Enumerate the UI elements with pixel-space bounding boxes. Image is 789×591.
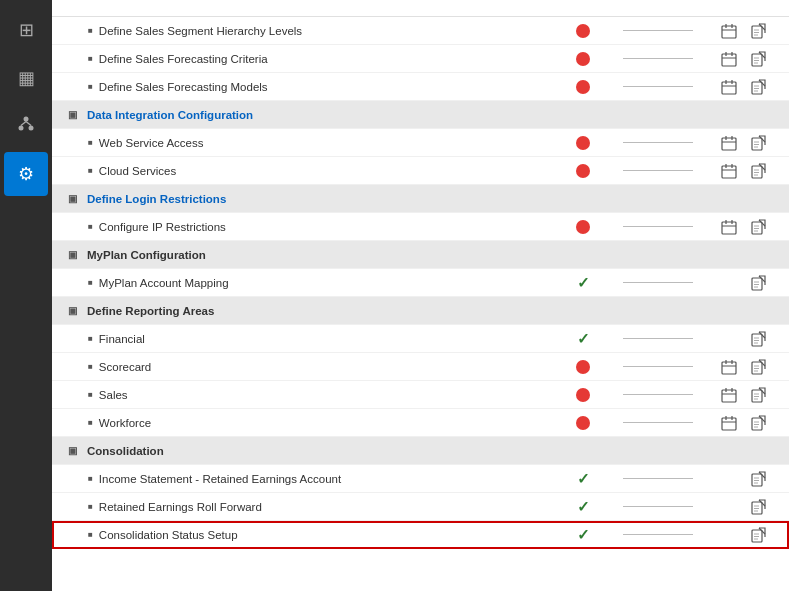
task-name-label: ■Financial bbox=[88, 333, 543, 345]
calendar-icon-cell[interactable] bbox=[713, 135, 745, 151]
task-row[interactable]: ■Scorecard bbox=[52, 353, 789, 381]
action-icon-cell[interactable] bbox=[745, 471, 773, 487]
bullet-icon: ■ bbox=[88, 166, 93, 175]
action-icon-cell[interactable] bbox=[745, 51, 773, 67]
chart-icon: ▦ bbox=[18, 67, 35, 89]
svg-rect-32 bbox=[722, 138, 736, 150]
date-cell bbox=[623, 506, 713, 507]
calendar-icon bbox=[721, 51, 737, 67]
status-cell bbox=[543, 220, 623, 234]
task-row[interactable]: ■Define Sales Segment Hierarchy Levels bbox=[52, 17, 789, 45]
bullet-icon: ■ bbox=[88, 222, 93, 231]
action-icon-cell[interactable] bbox=[745, 23, 773, 39]
date-line bbox=[623, 226, 693, 227]
red-dot-icon bbox=[576, 136, 590, 150]
calendar-icon-cell[interactable] bbox=[713, 359, 745, 375]
action-icon-cell[interactable] bbox=[745, 79, 773, 95]
svg-rect-87 bbox=[722, 418, 736, 430]
calendar-icon-cell[interactable] bbox=[713, 79, 745, 95]
bullet-icon: ■ bbox=[88, 26, 93, 35]
calendar-icon-cell[interactable] bbox=[713, 219, 745, 235]
task-row[interactable]: ■Configure IP Restrictions bbox=[52, 213, 789, 241]
task-name-label: ■Scorecard bbox=[88, 361, 543, 373]
task-name-label: ■Sales bbox=[88, 389, 543, 401]
status-cell bbox=[543, 360, 623, 374]
svg-rect-41 bbox=[722, 166, 736, 178]
calendar-icon bbox=[721, 163, 737, 179]
calendar-icon-cell[interactable] bbox=[713, 415, 745, 431]
task-name-label: ■Define Sales Forecasting Criteria bbox=[88, 53, 543, 65]
red-dot-icon bbox=[576, 80, 590, 94]
group-header-row[interactable]: ▣Consolidation bbox=[52, 437, 789, 465]
task-row[interactable]: ■Financial✓ bbox=[52, 325, 789, 353]
red-dot-icon bbox=[576, 52, 590, 66]
action-icon-cell[interactable] bbox=[745, 219, 773, 235]
status-cell: ✓ bbox=[543, 470, 623, 488]
calendar-icon bbox=[721, 387, 737, 403]
task-row[interactable]: ■Consolidation Status Setup✓ bbox=[52, 521, 789, 549]
action-icon-cell[interactable] bbox=[745, 527, 773, 543]
calendar-icon-cell[interactable] bbox=[713, 51, 745, 67]
action-icon-cell[interactable] bbox=[745, 359, 773, 375]
action-icon-cell[interactable] bbox=[745, 415, 773, 431]
page-header bbox=[52, 0, 789, 17]
calendar-icon bbox=[721, 23, 737, 39]
task-row[interactable]: ■Web Service Access bbox=[52, 129, 789, 157]
status-cell bbox=[543, 80, 623, 94]
calendar-icon-cell[interactable] bbox=[713, 387, 745, 403]
task-name-label: ■Consolidation Status Setup bbox=[88, 529, 543, 541]
action-icon-cell[interactable] bbox=[745, 499, 773, 515]
task-row[interactable]: ■MyPlan Account Mapping✓ bbox=[52, 269, 789, 297]
action-icon-cell[interactable] bbox=[745, 387, 773, 403]
task-row[interactable]: ■Cloud Services bbox=[52, 157, 789, 185]
task-row[interactable]: ■Income Statement - Retained Earnings Ac… bbox=[52, 465, 789, 493]
status-cell bbox=[543, 388, 623, 402]
status-cell: ✓ bbox=[543, 498, 623, 516]
group-name: ▣Define Login Restrictions bbox=[68, 193, 543, 205]
task-row[interactable]: ■Define Sales Forecasting Criteria bbox=[52, 45, 789, 73]
svg-point-0 bbox=[24, 116, 29, 121]
green-check-icon: ✓ bbox=[577, 330, 590, 348]
action-icon-cell[interactable] bbox=[745, 331, 773, 347]
sidebar-item-analytics[interactable]: ▦ bbox=[4, 56, 48, 100]
group-header-row[interactable]: ▣MyPlan Configuration bbox=[52, 241, 789, 269]
bullet-icon: ■ bbox=[88, 530, 93, 539]
calendar-icon-cell[interactable] bbox=[713, 23, 745, 39]
sidebar-item-dashboard[interactable]: ⊞ bbox=[4, 8, 48, 52]
date-line bbox=[623, 338, 693, 339]
bullet-icon: ■ bbox=[88, 138, 93, 147]
export-icon bbox=[751, 275, 767, 291]
action-icon-cell[interactable] bbox=[745, 163, 773, 179]
date-line bbox=[623, 142, 693, 143]
sidebar-item-hierarchy[interactable] bbox=[4, 104, 48, 148]
calendar-icon-cell[interactable] bbox=[713, 163, 745, 179]
date-line bbox=[623, 58, 693, 59]
action-icon-cell[interactable] bbox=[745, 275, 773, 291]
status-cell: ✓ bbox=[543, 274, 623, 292]
task-name-label: ■Income Statement - Retained Earnings Ac… bbox=[88, 473, 543, 485]
date-line bbox=[623, 30, 693, 31]
red-dot-icon bbox=[576, 416, 590, 430]
export-icon bbox=[751, 79, 767, 95]
sidebar-item-settings[interactable]: ⚙ bbox=[4, 152, 48, 196]
task-row[interactable]: ■Sales bbox=[52, 381, 789, 409]
export-icon bbox=[751, 135, 767, 151]
red-dot-icon bbox=[576, 220, 590, 234]
group-header-row[interactable]: ▣Define Reporting Areas bbox=[52, 297, 789, 325]
date-cell bbox=[623, 226, 713, 227]
task-row[interactable]: ■Define Sales Forecasting Models bbox=[52, 73, 789, 101]
group-header-row[interactable]: ▣Data Integration Configuration bbox=[52, 101, 789, 129]
group-name: ▣MyPlan Configuration bbox=[68, 249, 543, 261]
action-icon-cell[interactable] bbox=[745, 135, 773, 151]
group-header-row[interactable]: ▣Define Login Restrictions bbox=[52, 185, 789, 213]
task-name-label: ■Cloud Services bbox=[88, 165, 543, 177]
task-row[interactable]: ■Retained Earnings Roll Forward✓ bbox=[52, 493, 789, 521]
bullet-icon: ■ bbox=[88, 390, 93, 399]
task-list: ■Define Sales Segment Hierarchy Levels ■… bbox=[52, 17, 789, 591]
green-check-icon: ✓ bbox=[577, 470, 590, 488]
group-name: ▣Define Reporting Areas bbox=[68, 305, 543, 317]
date-cell bbox=[623, 170, 713, 171]
export-icon bbox=[751, 359, 767, 375]
export-icon bbox=[751, 163, 767, 179]
task-row[interactable]: ■Workforce bbox=[52, 409, 789, 437]
